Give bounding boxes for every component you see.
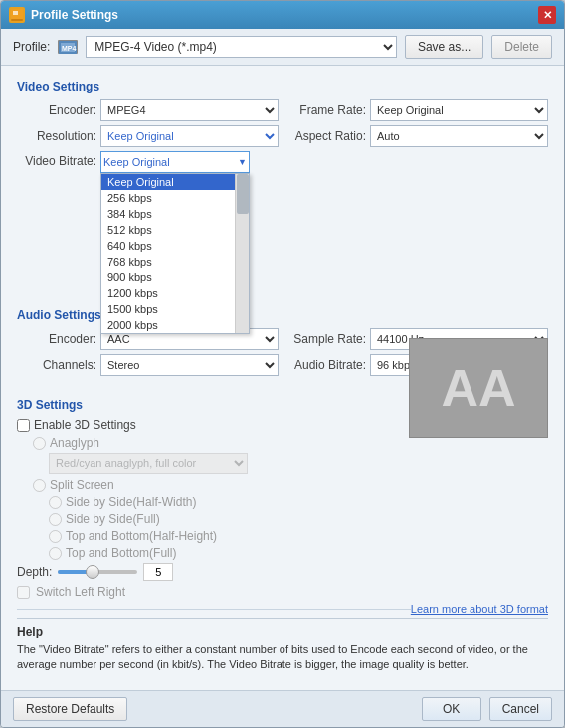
top-bottom-half-row: Top and Bottom(Half-Height): [17, 529, 276, 543]
depth-slider-track[interactable]: [58, 570, 137, 574]
dropdown-scrollbar[interactable]: [235, 174, 249, 333]
bitrate-option-384[interactable]: 384 kbps: [101, 206, 249, 222]
side-half-label: Side by Side(Half-Width): [66, 495, 196, 509]
svg-rect-2: [11, 19, 23, 21]
bitrate-select-trigger[interactable]: Keep Original ▼: [100, 151, 250, 173]
bitrate-option-256[interactable]: 256 kbps: [101, 190, 249, 206]
main-content: Video Settings Encoder: MPEG4 Frame Rate…: [1, 66, 564, 690]
enable-3d-label: Enable 3D Settings: [34, 418, 136, 432]
channels-select[interactable]: Stereo: [100, 354, 279, 376]
encoder-select[interactable]: MPEG4: [100, 99, 279, 121]
enable-3d-checkbox[interactable]: [17, 419, 30, 432]
svg-rect-1: [13, 11, 18, 15]
side-full-label: Side by Side(Full): [66, 512, 160, 526]
video-settings-header: Video Settings: [17, 80, 548, 93]
top-bottom-half-radio[interactable]: [49, 530, 62, 543]
frame-rate-row: Frame Rate: Keep Original: [286, 99, 548, 121]
aa-preview-box: AA: [409, 338, 548, 438]
bitrate-option-1200[interactable]: 1200 kbps: [101, 285, 249, 301]
bitrate-option-640[interactable]: 640 kbps: [101, 238, 249, 254]
bitrate-option-512[interactable]: 512 kbps: [101, 222, 249, 238]
svg-text:MP4: MP4: [62, 45, 77, 52]
video-bitrate-row: Video Bitrate: Keep Original ▼ Keep Orig…: [17, 151, 279, 173]
enable-3d-row: Enable 3D Settings: [17, 418, 276, 432]
anaglyph-row: Anaglyph: [17, 436, 276, 450]
depth-slider-thumb[interactable]: [86, 565, 99, 579]
encoder-label: Encoder:: [17, 103, 96, 117]
split-screen-row: Split Screen: [17, 478, 276, 492]
bitrate-option-900[interactable]: 900 kbps: [101, 270, 249, 285]
delete-button[interactable]: Delete: [491, 35, 552, 59]
audio-settings-header: Audio Settings: [17, 308, 548, 322]
bitrate-option-2000[interactable]: 2000 kbps: [101, 317, 249, 333]
split-screen-label: Split Screen: [50, 478, 114, 492]
audio-bitrate-label: Audio Bitrate:: [286, 358, 366, 372]
window-icon: [9, 7, 25, 23]
switch-left-right-label: Switch Left Right: [36, 585, 125, 599]
switch-row: Switch Left Right: [17, 585, 276, 599]
anaglyph-radio[interactable]: [33, 437, 46, 450]
bitrate-option-768[interactable]: 768 kbps: [101, 254, 249, 270]
aspect-ratio-row: Aspect Ratio: Auto: [286, 125, 548, 147]
profile-select[interactable]: MPEG-4 Video (*.mp4): [86, 36, 397, 58]
profile-file-icon: MP4: [58, 40, 78, 54]
depth-value-input[interactable]: [143, 563, 173, 581]
3d-settings: 3D Settings AA Enable 3D Settings Anagly…: [17, 398, 548, 603]
divider: [17, 609, 411, 610]
bitrate-selected-value: Keep Original: [103, 156, 170, 168]
help-text: The "Video Bitrate" refers to either a c…: [17, 642, 548, 673]
save-as-button[interactable]: Save as...: [405, 35, 483, 59]
help-section: Help The "Video Bitrate" refers to eithe…: [17, 618, 548, 673]
restore-defaults-button[interactable]: Restore Defaults: [13, 697, 127, 721]
top-bottom-half-label: Top and Bottom(Half-Height): [66, 529, 217, 543]
channels-label: Channels:: [17, 358, 96, 372]
audio-encoder-label: Encoder:: [17, 332, 96, 346]
ok-button[interactable]: OK: [422, 697, 481, 721]
window-title: Profile Settings: [31, 8, 538, 22]
side-half-row: Side by Side(Half-Width): [17, 495, 276, 509]
encoder-row: Encoder: MPEG4: [17, 99, 279, 121]
depth-label: Depth:: [17, 565, 52, 579]
profile-settings-window: Profile Settings ✕ Profile: MP4 MPEG-4 V…: [0, 0, 565, 728]
profile-label: Profile:: [13, 40, 50, 54]
bitrate-dropdown-wrapper: Keep Original ▼ Keep Original 256 kbps 3…: [100, 151, 250, 173]
bitrate-option-keep-original[interactable]: Keep Original: [101, 174, 249, 190]
resolution-label: Resolution:: [17, 129, 96, 143]
side-full-radio[interactable]: [49, 513, 62, 526]
aspect-ratio-label: Aspect Ratio:: [286, 129, 366, 143]
resolution-row: Resolution: Keep Original: [17, 125, 279, 147]
frame-rate-label: Frame Rate:: [286, 103, 366, 117]
cancel-button[interactable]: Cancel: [489, 697, 552, 721]
footer: Restore Defaults OK Cancel: [1, 690, 564, 727]
profile-row: Profile: MP4 MPEG-4 Video (*.mp4) Save a…: [1, 29, 564, 66]
scrollbar-thumb: [237, 174, 249, 214]
close-button[interactable]: ✕: [538, 6, 556, 24]
bitrate-dropdown-arrow: ▼: [238, 157, 247, 167]
title-bar: Profile Settings ✕: [1, 1, 564, 29]
aspect-ratio-select[interactable]: Auto: [370, 125, 548, 147]
channels-row: Channels: Stereo: [17, 354, 279, 376]
bitrate-option-1500[interactable]: 1500 kbps: [101, 301, 249, 317]
top-bottom-full-row: Top and Bottom(Full): [17, 546, 276, 560]
bitrate-dropdown-list: Keep Original 256 kbps 384 kbps 512 kbps…: [100, 173, 250, 334]
side-full-row: Side by Side(Full): [17, 512, 276, 526]
depth-slider-fill: [58, 570, 88, 574]
top-bottom-full-radio[interactable]: [49, 547, 62, 560]
window-icon-svg: [10, 8, 24, 22]
top-bottom-full-label: Top and Bottom(Full): [66, 546, 176, 560]
anaglyph-label: Anaglyph: [50, 436, 99, 450]
side-half-radio[interactable]: [49, 496, 62, 509]
sample-rate-label: Sample Rate:: [286, 332, 366, 346]
anaglyph-select[interactable]: Red/cyan anaglyph, full color: [49, 453, 248, 474]
footer-right: OK Cancel: [422, 697, 552, 721]
switch-left-right-checkbox[interactable]: [17, 586, 30, 599]
depth-row: Depth:: [17, 563, 276, 581]
frame-rate-select[interactable]: Keep Original: [370, 99, 548, 121]
help-title: Help: [17, 625, 548, 638]
aa-preview-text: AA: [441, 358, 515, 418]
learn-more-link[interactable]: Learn more about 3D format: [411, 603, 548, 615]
video-bitrate-label: Video Bitrate:: [17, 151, 96, 168]
split-screen-radio[interactable]: [33, 479, 46, 492]
resolution-select[interactable]: Keep Original: [100, 125, 279, 147]
